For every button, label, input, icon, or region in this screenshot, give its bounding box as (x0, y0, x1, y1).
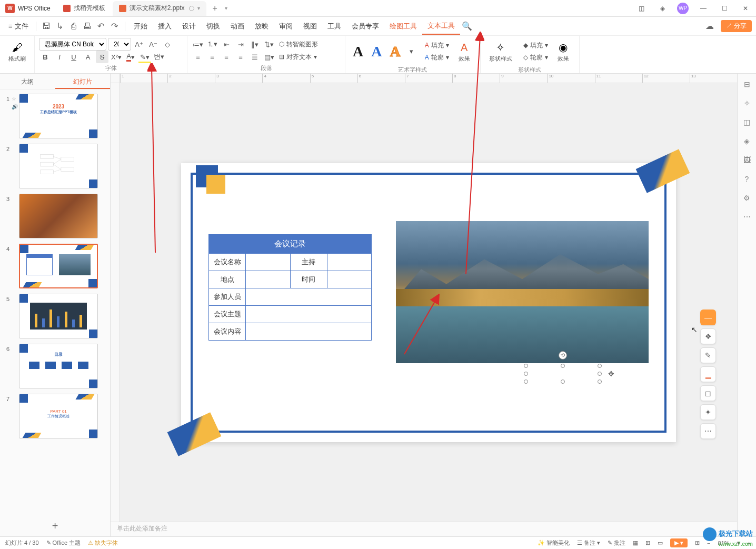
text-direction-button[interactable]: ⇅▾ (263, 38, 275, 51)
tab-overflow-icon[interactable]: ▾ (223, 5, 230, 11)
rail-shapes-icon[interactable]: ◫ (742, 117, 752, 127)
decrease-indent-button[interactable]: ⇤ (220, 38, 233, 51)
text-effects-button[interactable]: A 效果 (453, 38, 476, 65)
tab-templates[interactable]: 找稻壳模板 (57, 1, 112, 16)
menu-toggle-button[interactable]: ≡ 文件 (4, 19, 33, 33)
wordart-more-button[interactable]: ▾ (405, 45, 418, 58)
rail-collapse-icon[interactable]: ⊟ (742, 79, 752, 89)
minimize-button[interactable]: — (693, 1, 714, 16)
shape-style-button[interactable]: ✧ 形状样式 (485, 38, 516, 65)
align-right-button[interactable]: ≡ (220, 51, 233, 63)
resize-handle[interactable] (598, 364, 602, 368)
decrease-font-button[interactable]: A⁻ (147, 38, 160, 51)
selected-textbox[interactable]: ⟲ XXX公司出品 ✥ (526, 366, 600, 382)
wordart-style-1[interactable]: A (350, 43, 366, 60)
crop-button[interactable]: ◻ (700, 385, 716, 401)
rail-sparkle-icon[interactable]: ✧ (742, 98, 752, 108)
tab-animation[interactable]: 动画 (225, 18, 250, 34)
align-center-button[interactable]: ≡ (206, 51, 218, 63)
resize-handle[interactable] (598, 380, 602, 384)
print-preview-icon[interactable]: 🖶 (81, 19, 94, 33)
rail-more-icon[interactable]: ⋯ (742, 212, 752, 222)
thumb-row[interactable]: 1 ☆🔊 2023 工作总结汇报PPT模板 (2, 94, 108, 138)
highlight-button[interactable]: ✎▾ (138, 51, 151, 63)
increase-indent-button[interactable]: ⇥ (234, 38, 247, 51)
collapse-button[interactable]: — (700, 310, 716, 325)
resize-handle[interactable] (524, 372, 528, 376)
grid-button[interactable]: ⊞ (695, 540, 700, 546)
resize-handle[interactable] (561, 364, 565, 368)
bullets-button[interactable]: ≔▾ (192, 38, 204, 51)
print-icon[interactable]: ⎙ (67, 19, 81, 33)
tab-tools[interactable]: 工具 (322, 18, 346, 34)
thumbnail[interactable] (19, 294, 98, 338)
text-fill-button[interactable]: A填充▾ (423, 40, 451, 51)
align-left-button[interactable]: ≡ (192, 51, 204, 63)
distribute-button[interactable]: ☰ (248, 51, 261, 63)
export-icon[interactable]: ↳ (53, 19, 67, 33)
italic-button[interactable]: I (53, 51, 66, 63)
thumb-row[interactable]: 4 (2, 244, 108, 288)
save-icon[interactable]: 🖫 (39, 19, 53, 33)
view-sorter-button[interactable]: ⊞ (645, 540, 650, 546)
play-button[interactable]: ▶ ▾ (670, 538, 688, 547)
undo-icon[interactable]: ↶ (94, 19, 108, 33)
thumbnail[interactable]: 2023 工作总结汇报PPT模板 (19, 94, 98, 138)
thumbnail[interactable] (19, 144, 98, 188)
resize-handle[interactable] (524, 380, 528, 384)
redo-icon[interactable]: ↷ (108, 19, 122, 33)
underline-button[interactable]: U (67, 51, 80, 63)
share-button[interactable]: ↗ 分享 (721, 20, 752, 32)
outline-tab[interactable]: 大纲 (0, 74, 55, 89)
tab-drawing-tools[interactable]: 绘图工具 (384, 18, 422, 34)
thumbnail[interactable]: 目录 (19, 344, 98, 388)
tab-member[interactable]: 会员专享 (346, 18, 384, 34)
shape-fill-button[interactable]: ◆填充▾ (521, 40, 550, 51)
apps-icon[interactable]: ◫ (631, 1, 652, 16)
meeting-table[interactable]: 会议记录 会议名称主持 地点时间 参加人员 会议主题 会议内容 (208, 234, 372, 341)
line-spacing-button[interactable]: ‖▾ (248, 38, 261, 51)
maximize-button[interactable]: ☐ (714, 1, 735, 16)
wordart-style-2[interactable]: A (368, 43, 385, 60)
view-normal-button[interactable]: ▦ (633, 540, 638, 546)
thumbnail-active[interactable] (19, 244, 98, 288)
text-outline-button[interactable]: A轮廓▾ (423, 52, 451, 63)
move-icon[interactable]: ✥ (608, 370, 614, 378)
cube-icon[interactable]: ◈ (652, 1, 673, 16)
smart-beautify-button[interactable]: ✨ 智能美化 (538, 539, 570, 547)
increase-font-button[interactable]: A⁺ (133, 38, 145, 51)
cloud-icon[interactable]: ☁ (703, 19, 717, 33)
tab-transition[interactable]: 切换 (201, 18, 225, 34)
view-reading-button[interactable]: ▭ (658, 540, 663, 546)
theme-button[interactable]: ✎ Office 主题 (46, 539, 81, 547)
align-text-button[interactable]: ⊟对齐文本▾ (277, 52, 319, 63)
clear-format-button[interactable]: ◇ (161, 38, 174, 51)
char-spacing-button[interactable]: 변▾ (153, 51, 165, 63)
numbering-button[interactable]: ⒈▾ (206, 38, 218, 51)
eyedropper-button[interactable]: ✎ (700, 347, 716, 363)
tab-review[interactable]: 审阅 (274, 18, 298, 34)
tab-text-tools[interactable]: 文本工具 (422, 18, 460, 35)
resize-handle[interactable] (524, 364, 528, 368)
rail-help-icon[interactable]: ? (742, 174, 752, 184)
notes-button[interactable]: ☰ 备注 ▾ (577, 539, 600, 547)
avatar[interactable]: WP (677, 3, 689, 14)
font-color-button[interactable]: A▾ (124, 51, 137, 63)
add-tab-button[interactable]: + (207, 4, 223, 13)
align-justify-button[interactable]: ≡ (234, 51, 247, 63)
rail-animation-icon[interactable]: ◈ (742, 136, 752, 146)
rail-settings-icon[interactable]: ⚙ (742, 193, 752, 203)
shape-effects-button[interactable]: ◉ 效果 (552, 38, 575, 65)
tab-view[interactable]: 视图 (298, 18, 322, 34)
tab-design[interactable]: 设计 (177, 18, 201, 34)
slide-image[interactable] (396, 221, 649, 363)
slide[interactable]: 会议记录 会议名称主持 地点时间 参加人员 会议主题 会议内容 ⟲ (181, 163, 676, 442)
comments-button[interactable]: ✎ 批注 (608, 539, 625, 547)
shape-outline-button[interactable]: ◇轮廓▾ (521, 52, 550, 63)
columns-button[interactable]: ▤▾ (263, 51, 275, 63)
thumb-row[interactable]: 5 (2, 294, 108, 338)
format-painter-button[interactable]: 🖌 格式刷 (4, 38, 30, 65)
wordart-style-3[interactable]: A (386, 43, 403, 60)
strikethrough-button[interactable]: S (96, 51, 108, 63)
missing-font-warning[interactable]: ⚠ 缺失字体 (88, 539, 118, 547)
